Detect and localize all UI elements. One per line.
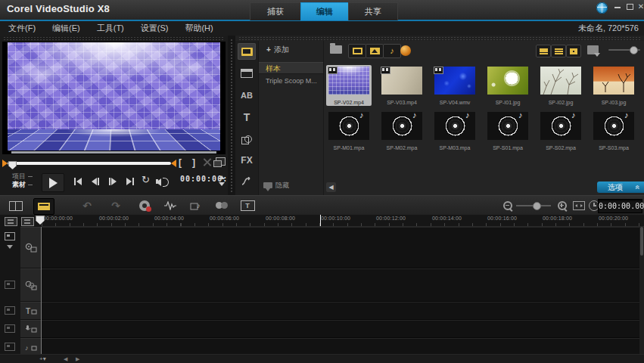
media-item[interactable]: SP-V02.mp4 — [326, 65, 372, 106]
track-dropdown-icon[interactable] — [7, 245, 13, 249]
record-capture-icon[interactable] — [135, 198, 154, 213]
enlarge-preview-icon[interactable] — [216, 157, 226, 166]
media-item[interactable]: SP-I02.jpg — [538, 65, 583, 106]
title-track-header[interactable]: T — [20, 302, 41, 320]
media-item[interactable]: ♪ SP-S01.mpa — [485, 110, 530, 151]
close-button[interactable]: ✕ — [636, 2, 644, 11]
mark-out-button[interactable]: ] — [192, 156, 195, 169]
ripple-edit-title-icon[interactable] — [4, 306, 16, 315]
hide-library-button[interactable]: 隐藏 — [263, 180, 289, 191]
nav-instant-project-icon[interactable] — [238, 65, 256, 82]
nav-motion-path-icon[interactable] — [238, 173, 256, 190]
zoom-out-icon[interactable] — [498, 198, 518, 213]
track-manager-icon[interactable] — [5, 217, 17, 226]
media-item[interactable]: SP-I01.jpg — [485, 65, 530, 106]
title-track-lane[interactable] — [42, 302, 639, 320]
timecode-spinner[interactable] — [218, 174, 225, 188]
trim-start-handle[interactable] — [2, 160, 8, 167]
ripple-edit-music-icon[interactable] — [4, 342, 16, 351]
timeline-timecode[interactable]: 0:00:00.00 — [598, 199, 642, 213]
show-all-tracks-icon[interactable] — [21, 217, 34, 226]
view-list-toggle[interactable] — [551, 45, 566, 57]
sort-media-icon[interactable] — [587, 45, 599, 54]
split-clip-icon[interactable] — [203, 158, 212, 167]
panel-splitter[interactable] — [228, 36, 235, 195]
panel-grip[interactable] — [3, 36, 225, 40]
scroll-tracks-right-icon[interactable]: ▶ — [76, 355, 79, 362]
timeline-vertical-scrollbar[interactable] — [639, 227, 644, 355]
thumbnail-size-slider[interactable] — [608, 49, 640, 51]
media-item[interactable]: ♪ SP-S03.mpa — [591, 110, 636, 151]
undo-icon[interactable]: ↶ — [77, 198, 97, 213]
timeline-zoom-slider[interactable] — [516, 205, 551, 206]
mode-clip[interactable]: 素材 — [12, 181, 33, 189]
nav-transition-icon[interactable]: AB — [238, 87, 256, 104]
preview-playhead[interactable] — [8, 161, 17, 169]
preview-scrubber[interactable] — [8, 162, 171, 165]
nav-media-icon[interactable] — [238, 43, 256, 60]
redo-icon[interactable]: ↷ — [106, 198, 126, 213]
sound-mixer-icon[interactable] — [160, 198, 180, 213]
previous-frame-button[interactable] — [88, 175, 103, 188]
media-item[interactable]: SP-V03.mp4 — [379, 65, 425, 106]
gallery-scroll-left-button[interactable]: ◀ — [326, 182, 336, 192]
media-item[interactable]: ♪ SP-M03.mpa — [432, 110, 478, 151]
nav-graphics-icon[interactable] — [238, 131, 256, 147]
import-media-folder-icon[interactable] — [330, 45, 342, 54]
slider-knob[interactable] — [630, 46, 638, 54]
folder-samples[interactable]: 样本 — [259, 62, 324, 74]
ripple-edit-voice-icon[interactable] — [4, 324, 16, 333]
scrollbar-thumb[interactable] — [640, 227, 643, 256]
maximize-button[interactable] — [624, 2, 635, 11]
overlay-track-lane[interactable] — [42, 268, 639, 302]
folder-triple-scoop[interactable]: Triple Scoop M... — [259, 75, 324, 87]
overlay-track-header[interactable] — [20, 268, 41, 302]
corel-globe-icon[interactable] — [596, 2, 608, 14]
filter-videos-toggle[interactable] — [348, 44, 366, 58]
auto-music-icon[interactable]: ♪ — [186, 198, 206, 213]
view-grid-toggle[interactable] — [566, 45, 581, 57]
mark-in-button[interactable]: [ — [179, 156, 182, 169]
timeline-playhead-line[interactable] — [320, 215, 321, 226]
scroll-tracks-left-icon[interactable]: ◀ — [64, 355, 67, 362]
options-button[interactable]: 选项 « — [597, 182, 644, 193]
media-item[interactable]: SP-V04.wmv — [432, 65, 478, 106]
video-track-header[interactable] — [20, 227, 41, 268]
ripple-edit-video-icon[interactable] — [4, 231, 16, 240]
filter-audio-toggle[interactable]: ♪ — [383, 44, 401, 58]
ripple-edit-overlay-icon[interactable] — [4, 280, 16, 289]
menu-tools[interactable]: 工具(T) — [89, 21, 132, 36]
trim-end-handle[interactable] — [171, 160, 176, 167]
get-more-content-icon[interactable] — [400, 45, 411, 56]
media-item[interactable]: SP-I03.jpg — [591, 65, 636, 106]
voice-track-header[interactable] — [20, 320, 41, 338]
home-button[interactable] — [70, 175, 86, 188]
panel-grip[interactable] — [238, 36, 641, 40]
nav-filter-icon[interactable]: FX — [238, 152, 256, 169]
repeat-icon[interactable]: ↻ — [142, 174, 150, 185]
menu-file[interactable]: 文件(F) — [0, 21, 44, 36]
next-frame-button[interactable] — [105, 175, 120, 188]
timeline-ruler[interactable]: 00:00:00:00 00:00:02:00 00:00:04:00 00:0… — [42, 215, 644, 227]
media-item[interactable]: ♪ SP-M01.mpa — [326, 110, 372, 151]
voice-track-lane[interactable] — [42, 320, 639, 338]
add-folder-button[interactable]: +添加 — [259, 43, 324, 57]
media-item[interactable]: ♪ SP-S02.mpa — [538, 110, 583, 151]
tab-share[interactable]: 共享 — [348, 2, 398, 20]
video-track-lane[interactable] — [42, 227, 639, 268]
minimize-button[interactable] — [612, 2, 623, 11]
tab-capture[interactable]: 捕获 — [250, 2, 301, 20]
track-motion-icon[interactable] — [212, 198, 232, 213]
view-thumbnail-toggle[interactable] — [536, 45, 551, 57]
add-track-button[interactable]: +▾ — [39, 355, 46, 362]
media-item[interactable]: ♪ SP-M02.mpa — [379, 110, 425, 151]
mode-project[interactable]: 项目 — [12, 172, 33, 181]
play-button[interactable] — [42, 173, 64, 192]
storyboard-view-icon[interactable] — [6, 198, 26, 213]
menu-edit[interactable]: 编辑(E) — [44, 21, 89, 36]
volume-icon[interactable] — [156, 177, 170, 186]
end-button[interactable] — [123, 175, 138, 188]
filter-photos-toggle[interactable] — [366, 44, 384, 58]
tab-edit[interactable]: 编辑 — [300, 2, 349, 20]
nav-title-icon[interactable]: T — [238, 109, 256, 126]
